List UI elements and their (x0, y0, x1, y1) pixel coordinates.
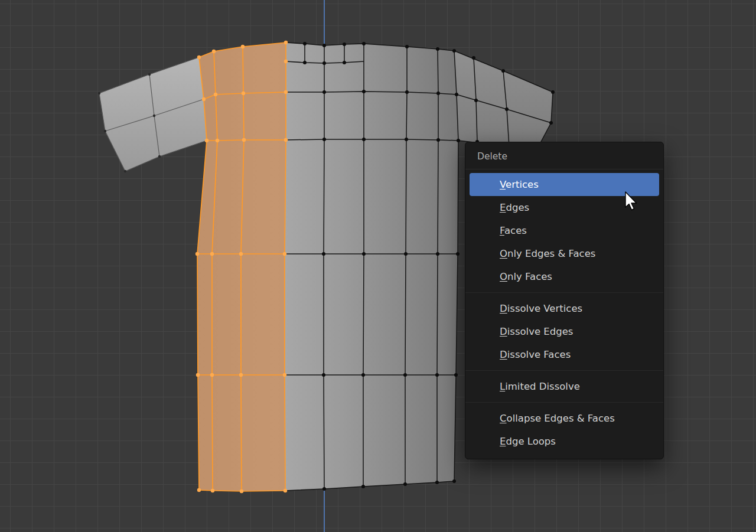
mouse-cursor (625, 191, 641, 211)
menu-separator (465, 370, 663, 371)
menu-item-label: Collapse Edges & Faces (500, 413, 615, 424)
mesh-right-sleeve[interactable] (454, 51, 553, 151)
menu-item-label: Edge Loops (500, 436, 556, 447)
menu-group-collapse: Collapse Edges & Faces Edge Loops (465, 407, 663, 453)
menu-item-only-edges-faces[interactable]: Only Edges & Faces (470, 242, 659, 265)
delete-context-menu: Delete Vertices Edges Faces Only Edges &… (465, 142, 664, 459)
menu-item-dissolve-vertices[interactable]: Dissolve Vertices (470, 297, 659, 320)
menu-item-label: Faces (500, 225, 527, 236)
menu-item-collapse-edges-faces[interactable]: Collapse Edges & Faces (470, 407, 659, 430)
menu-item-dissolve-edges[interactable]: Dissolve Edges (470, 320, 659, 343)
menu-item-label: Only Faces (500, 271, 552, 282)
menu-item-label: Dissolve Faces (500, 349, 571, 360)
mesh-left-sleeve[interactable] (98, 57, 207, 172)
menu-title: Delete (465, 142, 663, 169)
menu-separator (465, 402, 663, 403)
menu-item-label: Only Edges & Faces (500, 248, 595, 259)
menu-group-dissolve: Dissolve Vertices Dissolve Edges Dissolv… (465, 297, 663, 366)
menu-group-delete: Vertices Edges Faces Only Edges & Faces … (465, 173, 663, 288)
menu-item-label: Edges (500, 202, 529, 213)
menu-item-label: Dissolve Vertices (500, 303, 582, 314)
menu-item-faces[interactable]: Faces (470, 219, 659, 242)
menu-item-label: Limited Dissolve (500, 381, 580, 392)
menu-item-label: Vertices (500, 179, 539, 190)
menu-item-dissolve-faces[interactable]: Dissolve Faces (470, 343, 659, 366)
menu-group-limited-dissolve: Limited Dissolve (465, 375, 663, 398)
menu-item-limited-dissolve[interactable]: Limited Dissolve (470, 375, 659, 398)
menu-item-only-faces[interactable]: Only Faces (470, 265, 659, 288)
menu-separator (465, 292, 663, 293)
menu-item-label: Dissolve Edges (500, 326, 573, 337)
menu-item-edge-loops[interactable]: Edge Loops (470, 430, 659, 453)
